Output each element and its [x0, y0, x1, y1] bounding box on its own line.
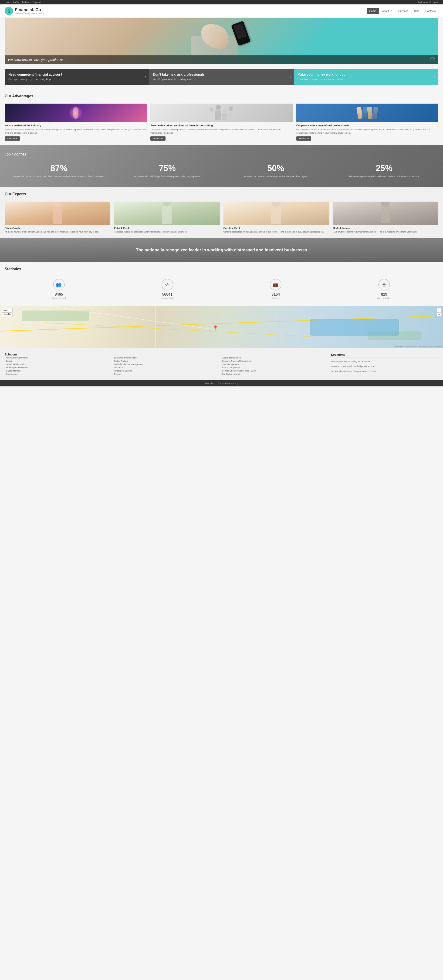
promo-3-arrow: ›	[434, 75, 435, 80]
top-bar: Links FAQs Archive Support Follow us: ⊡ …	[0, 0, 443, 5]
priority-3-desc: Financial Co. cares about improving the …	[224, 175, 328, 178]
expert-card-2: Patrick Pool He is responsible for coope…	[114, 202, 220, 234]
nav-services[interactable]: Services	[395, 8, 411, 14]
expert-4-name: Mark Johnson	[333, 227, 438, 229]
map-zoom-in[interactable]: +	[437, 308, 441, 312]
sol-2-1: Energy and Commodities	[113, 356, 218, 360]
expert-card-3: Caroline Beek Caroline specializes on ma…	[223, 202, 329, 234]
facebook-icon[interactable]: f	[432, 1, 432, 3]
person-head-4	[229, 107, 233, 111]
sol-1-5: Capital Markets	[5, 369, 110, 372]
hero-next-btn[interactable]: ➜	[430, 57, 435, 62]
expert-photo-2	[114, 202, 220, 225]
people-group	[207, 103, 236, 122]
coffee-icon: ☕	[381, 282, 387, 288]
priorities-section: Top Priorities 87% We pay a lot of atten…	[0, 145, 443, 188]
expert-1-head	[53, 202, 62, 207]
priority-2-percent: 75%	[115, 164, 219, 173]
solutions-col-2: Energy and Commodities Global Trading In…	[113, 356, 218, 376]
advantage-img-1	[5, 103, 147, 122]
promo-3-title: Make your money work for you	[298, 73, 346, 76]
sol-3-4: Risk & Compliance	[221, 366, 327, 369]
logo-name: Financial. Co	[15, 8, 41, 12]
hand-4	[372, 107, 378, 119]
expert-1-silhouette	[53, 203, 62, 224]
stat-4-number: 829	[332, 293, 436, 297]
expert-4-silhouette	[381, 203, 390, 223]
stat-item-1: 👥 8465 Clients Served	[5, 277, 113, 302]
hero-visual	[5, 18, 438, 57]
advantage-1-read-more[interactable]: Read more	[5, 137, 20, 141]
promo-2-content: Don't take risk, ask professionals We of…	[153, 73, 205, 81]
footer-solutions: Solutions Alternative Investments Banks …	[5, 353, 327, 376]
advantage-3-read-more[interactable]: Read more	[296, 137, 311, 141]
promo-block-1[interactable]: Need competent financial advisor? Our ex…	[5, 69, 149, 85]
priority-item-2: 75% Our cooperation with foreign financi…	[113, 161, 222, 180]
person-body-1	[209, 112, 214, 120]
nav-blog[interactable]: Blog	[411, 8, 422, 14]
rss-icon[interactable]: ⊡	[429, 1, 431, 3]
sol-1-3: Benefit Administration	[5, 363, 110, 366]
footer-bottom: Financial. Co © 2019 Privacy Policy	[0, 380, 443, 387]
advantage-card-2: Reasonably priced services on financial …	[150, 103, 292, 141]
map-tab-map[interactable]: Map	[2, 308, 13, 312]
priorities-content: Top Priorities 87% We pay a lot of atten…	[5, 152, 438, 180]
sol-2-3: Institutional Asset Management	[113, 363, 218, 366]
map-zoom-out[interactable]: −	[437, 312, 441, 317]
solutions-title: Solutions	[5, 353, 327, 356]
advantage-card-3: Cooperate with a team of real profession…	[296, 103, 438, 141]
experts-grid: Olivia Grosh As the co-founder of our co…	[5, 202, 438, 234]
expert-1-desc: As the co-founder of our company, she de…	[5, 231, 110, 234]
person-4	[228, 107, 234, 120]
pinterest-icon[interactable]: p	[434, 1, 436, 3]
expert-card-1: Olivia Grosh As the co-founder of our co…	[5, 202, 110, 234]
stat-item-2: </> 56841 Lines of Code	[113, 277, 222, 302]
logo: 💲 Financial. Co Success Through Entrepre…	[5, 7, 44, 15]
sol-3-1: Wealth Management	[221, 356, 327, 360]
nav-home[interactable]: Home	[367, 8, 379, 14]
road-3	[155, 306, 156, 348]
glowing-person	[5, 103, 147, 122]
map-section: 📍 Map Satellite + − Map data ©2019 Googl…	[0, 306, 443, 348]
nav-contacts[interactable]: Contacts	[423, 8, 438, 14]
priorities-grid: 87% We pay a lot of attention to the pro…	[5, 161, 438, 180]
person-silhouette	[73, 107, 78, 119]
sol-3-3: Data Management	[221, 363, 327, 366]
link-archive[interactable]: Archive	[22, 1, 29, 3]
advantage-2-read-more[interactable]: Read more	[150, 137, 166, 141]
promo-block-2[interactable]: Don't take risk, ask professionals We of…	[149, 69, 294, 85]
priority-2-desc: Our cooperation with foreign financial c…	[115, 175, 219, 178]
solutions-cols: Alternative Investments Banks Benefit Ad…	[5, 356, 327, 376]
advantage-1-desc: Since our company's foundation, we have …	[5, 128, 147, 135]
promo-block-3[interactable]: Make your money work for you Learn how t…	[294, 69, 438, 85]
nav-about[interactable]: About us	[379, 8, 395, 14]
priority-item-4: 25% The percentage of complaints we have…	[330, 161, 438, 180]
logo-icon: 💲	[5, 7, 13, 15]
link-links[interactable]: Links	[5, 1, 10, 3]
advantage-3-title: Cooperate with a team of real profession…	[296, 124, 438, 127]
link-support[interactable]: Support	[33, 1, 41, 3]
map-tab-satellite[interactable]: Satellite	[2, 312, 13, 316]
promo-section: Need competent financial advisor? Our ex…	[5, 69, 438, 85]
stat-icon-3: 💼	[270, 279, 282, 291]
twitter-icon[interactable]: t	[433, 1, 434, 3]
social-icon[interactable]: ◎	[436, 1, 438, 3]
expert-2-image	[114, 202, 220, 225]
expert-3-head	[271, 202, 281, 207]
statistics-section: Statistics 👥 8465 Clients Served </> 568…	[0, 262, 443, 306]
experts-section: Our Experts Olivia Grosh As the co-found…	[0, 188, 443, 238]
stat-3-number: 3154	[224, 293, 328, 297]
promo-1-arrow: ›	[145, 75, 147, 80]
expert-card-4: Mark Johnson Mark's work concerns invest…	[333, 202, 438, 234]
sol-3-2: Business Process Management	[221, 360, 327, 363]
hero-image: We know how to solve your problems! ➜	[5, 18, 438, 64]
expert-photo-1	[5, 202, 110, 225]
location-3: 3615 St Vincent Place, Glasgow GC 4CS 53…	[331, 370, 438, 373]
solutions-col-1: Alternative Investments Banks Benefit Ad…	[5, 356, 110, 376]
top-bar-social: Follow us: ⊡ f t p ◎	[418, 1, 438, 3]
locations-title: Locations	[331, 353, 438, 358]
priority-item-3: 50% Financial Co. cares about improving …	[222, 161, 330, 180]
link-faqs[interactable]: FAQs	[13, 1, 19, 3]
top-bar-links[interactable]: Links FAQs Archive Support	[5, 1, 43, 3]
expert-2-desc: He is responsible for cooperation with i…	[114, 231, 220, 234]
